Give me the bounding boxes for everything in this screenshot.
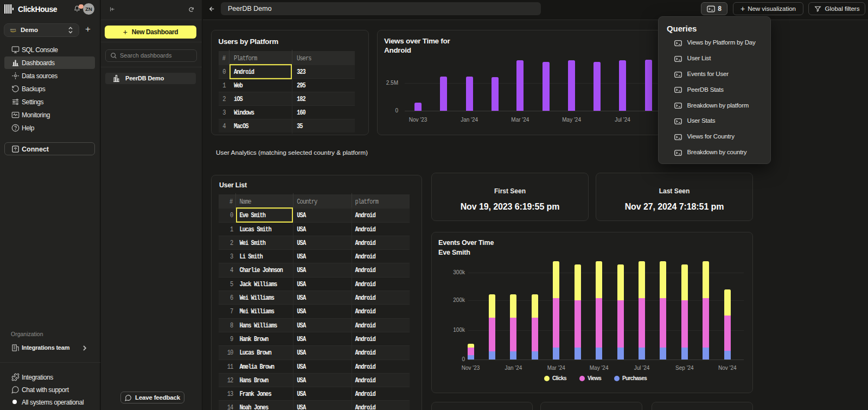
svg-text:aws: aws (10, 28, 16, 31)
